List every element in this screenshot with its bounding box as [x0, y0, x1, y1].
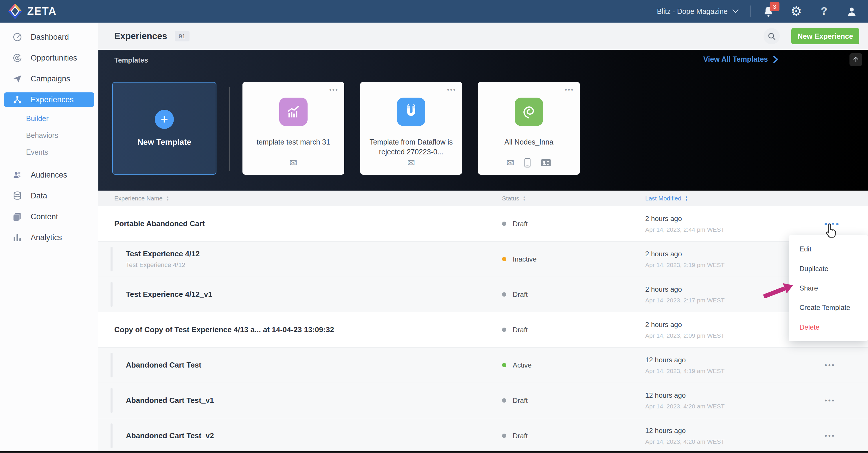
template-card[interactable]: ••• All Nodes_Inna ✉: [478, 82, 580, 175]
column-header-experience-name[interactable]: Experience Name ▲▼: [114, 191, 169, 206]
user-icon: [846, 6, 857, 17]
sidebar-item-analytics[interactable]: Analytics: [0, 227, 98, 248]
sort-icon: ▲▼: [166, 196, 169, 201]
menu-item-duplicate[interactable]: Duplicate: [789, 260, 868, 277]
email-channel-icon: ✉: [507, 157, 515, 168]
target-icon: [12, 53, 23, 63]
row-menu-button[interactable]: •••: [825, 361, 835, 369]
template-title: All Nodes_Inna: [497, 137, 561, 147]
top-bar: ZETA Blitz - Dope Magazine 3 ⚙ ?: [0, 0, 868, 23]
brand-name: ZETA: [27, 5, 57, 18]
column-header-last-modified[interactable]: Last Modified ▲▼: [645, 191, 688, 206]
status-badge: Draft: [502, 312, 528, 347]
status-dot: [502, 292, 506, 296]
table-row[interactable]: Portable Abandoned Cart Draft 2 hours ag…: [98, 206, 868, 242]
question-icon: ?: [821, 5, 828, 18]
sidebar-item-opportunities[interactable]: Opportunities: [0, 48, 98, 68]
template-card[interactable]: ••• Template from Dataflow is rejected 2…: [360, 82, 462, 175]
template-menu-button[interactable]: •••: [447, 86, 456, 93]
plus-icon: +: [155, 110, 174, 129]
menu-item-delete[interactable]: Delete: [789, 319, 868, 336]
sidebar-item-label: Analytics: [31, 233, 62, 242]
sidebar-item-audiences[interactable]: Audiences: [0, 165, 98, 186]
magnet-icon: [397, 97, 425, 126]
table-row[interactable]: Abandoned Cart Test_v2 Draft 12 hours ag…: [98, 418, 868, 453]
page-header: Experiences 91 New Experience: [98, 23, 868, 50]
email-channel-icon: ✉: [407, 157, 415, 168]
sidebar-item-label: Audiences: [31, 171, 67, 179]
arrow-up-icon: [852, 56, 859, 63]
paper-plane-icon: [12, 74, 23, 84]
view-all-templates-link[interactable]: View All Templates: [703, 55, 778, 63]
status-dot: [502, 257, 506, 261]
profile-button[interactable]: [845, 5, 858, 18]
menu-item-share[interactable]: Share: [789, 280, 868, 296]
table-row[interactable]: Abandoned Cart Test_v1 Draft 12 hours ag…: [98, 383, 868, 418]
sidebar-subitem-behaviors[interactable]: Behaviors: [0, 127, 98, 144]
sidebar-item-label: Content: [31, 212, 58, 221]
pages-icon: [12, 212, 23, 222]
status-badge: Active: [502, 347, 531, 383]
table-row[interactable]: Test Experience 4/12_v1 Draft 2 hours ag…: [98, 277, 868, 312]
status-dot: [502, 222, 506, 226]
sidebar-item-data[interactable]: Data: [0, 186, 98, 206]
database-icon: [12, 191, 23, 201]
sidebar-item-content[interactable]: Content: [0, 206, 98, 227]
column-header-status[interactable]: Status ▲▼: [502, 191, 526, 206]
menu-item-create-template[interactable]: Create Template: [789, 299, 868, 316]
group-indent-bar: [111, 388, 113, 413]
status-badge: Draft: [502, 277, 528, 312]
menu-item-edit[interactable]: Edit: [789, 241, 868, 257]
templates-section: Templates View All Templates + New Templ…: [98, 50, 868, 191]
settings-button[interactable]: ⚙: [790, 5, 803, 18]
row-menu-button[interactable]: •••: [825, 432, 835, 440]
sidebar-item-dashboard[interactable]: Dashboard: [0, 27, 98, 48]
table-header: Experience Name ▲▼ Status ▲▼ Last Modifi…: [98, 191, 868, 206]
sidebar-item-label: Data: [31, 192, 47, 200]
group-indent-bar: [111, 282, 113, 307]
status-dot: [502, 328, 506, 332]
sidebar-item-label: Opportunities: [31, 54, 77, 62]
bar-chart-icon: [12, 233, 23, 243]
collapse-templates-button[interactable]: [849, 53, 862, 66]
chart-icon: [279, 97, 308, 126]
hand-cursor-icon: [824, 222, 840, 241]
sidebar-subitem-events[interactable]: Events: [0, 144, 98, 161]
sort-icon: ▲▼: [685, 196, 688, 201]
sidebar-item-label: Campaigns: [31, 75, 70, 83]
gear-icon: ⚙: [790, 5, 802, 18]
template-menu-button[interactable]: •••: [329, 86, 339, 93]
account-name: Blitz - Dope Magazine: [657, 7, 728, 16]
status-badge: Inactive: [502, 242, 537, 277]
search-button[interactable]: [764, 28, 780, 44]
experiences-table: Experience Name ▲▼ Status ▲▼ Last Modifi…: [98, 191, 868, 453]
zeta-diamond-icon: [8, 3, 22, 19]
help-button[interactable]: ?: [818, 5, 830, 18]
template-card[interactable]: ••• template test march 31 ✉: [243, 82, 344, 175]
new-experience-button[interactable]: New Experience: [791, 28, 859, 44]
sidebar-subitem-builder[interactable]: Builder: [0, 110, 98, 127]
sidebar: Dashboard Opportunities Campaigns Experi…: [0, 23, 98, 453]
status-badge: Draft: [502, 383, 528, 418]
table-row[interactable]: Copy of Copy of Test Experience 4/13 a..…: [98, 312, 868, 347]
account-selector[interactable]: Blitz - Dope Magazine: [657, 7, 750, 16]
people-icon: [12, 170, 23, 180]
sidebar-item-label: Experiences: [31, 95, 74, 104]
template-menu-button[interactable]: •••: [565, 86, 574, 93]
experiences-flow-icon: [12, 95, 23, 105]
cards-divider: [229, 87, 230, 171]
sidebar-item-label: Dashboard: [31, 33, 69, 42]
row-menu-button[interactable]: •••: [825, 397, 835, 405]
new-template-label: New Template: [137, 138, 191, 147]
table-row[interactable]: Abandoned Cart Test Active 12 hours agoA…: [98, 347, 868, 383]
group-indent-bar: [111, 247, 113, 272]
page-title: Experiences: [114, 31, 167, 41]
status-badge: Draft: [502, 206, 528, 241]
sidebar-item-experiences[interactable]: Experiences: [4, 92, 94, 107]
notifications-button[interactable]: 3: [762, 5, 775, 18]
sidebar-item-campaigns[interactable]: Campaigns: [0, 68, 98, 89]
status-dot: [502, 433, 506, 438]
table-row[interactable]: Test Experience 4/12Test Experience 4/12…: [98, 242, 868, 277]
email-channel-icon: ✉: [290, 157, 298, 168]
new-template-card[interactable]: + New Template: [112, 82, 216, 175]
